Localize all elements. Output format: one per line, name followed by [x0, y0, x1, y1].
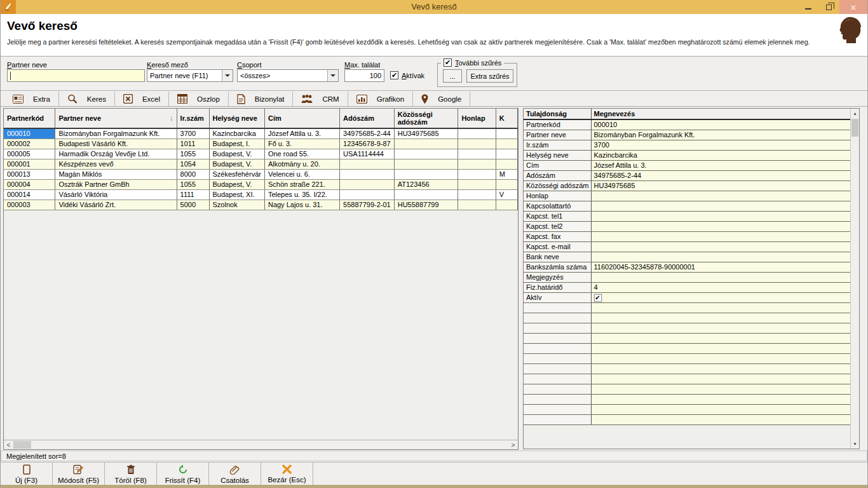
scroll-right-icon[interactable]: > — [508, 440, 518, 449]
detail-row[interactable]: Fiz.határidő4 — [524, 282, 851, 292]
partner-cell[interactable]: 1055 — [177, 149, 209, 159]
detail-value[interactable]: Bizományban Forgalmazunk Kft. — [591, 130, 851, 140]
csoport-select[interactable]: <összes> — [237, 69, 339, 82]
col-cut[interactable]: K — [496, 109, 517, 128]
partner-cell[interactable]: Budapest, I. — [209, 139, 264, 149]
partner-cell[interactable] — [458, 128, 496, 139]
partner-cell[interactable] — [340, 159, 395, 169]
partner-cell[interactable]: Vidéki Vásárló Zrt. — [55, 200, 177, 210]
close-button[interactable]: × — [839, 0, 867, 14]
detail-row[interactable]: Partnerkód000010 — [524, 119, 851, 130]
toolbar-excel-button[interactable]: Excel — [115, 92, 169, 106]
partner-cell[interactable] — [394, 169, 458, 179]
partner-cell[interactable]: Osztrák Partner GmBh — [55, 179, 177, 189]
partner-row[interactable]: 000013Magán Miklós8000SzékesfehérvárVele… — [4, 169, 518, 179]
partner-cell[interactable]: 5000 — [177, 200, 209, 210]
partner-neve-input[interactable] — [7, 69, 145, 82]
scroll-left-icon[interactable]: < — [4, 440, 13, 449]
partner-cell[interactable]: 000002 — [4, 139, 55, 149]
detail-row[interactable]: Bankszámla száma116020045-32345878-90000… — [524, 262, 851, 272]
tovabbi-szures-checkbox[interactable]: ✔ — [444, 58, 452, 67]
partner-row[interactable]: 000001Készpénzes vevő1054Budapest, V.Alk… — [4, 159, 518, 169]
detail-value[interactable] — [591, 241, 851, 252]
partner-row[interactable]: 000014Vásárló Viktória1111Budapest, XI.T… — [4, 189, 518, 200]
detail-value[interactable]: József Attila u. 3. — [591, 160, 851, 170]
toolbar-bizonylat-button[interactable]: Bizonylat — [229, 92, 294, 106]
detail-value[interactable] — [591, 221, 851, 231]
detail-row[interactable]: Honlap — [524, 191, 851, 201]
toolbar-google-button[interactable]: Google — [413, 92, 470, 106]
partner-cell[interactable]: 000013 — [4, 169, 55, 179]
detail-value[interactable] — [591, 191, 851, 201]
partner-cell[interactable]: Alkotmány u. 20. — [264, 159, 339, 169]
detail-row[interactable]: Bank neve — [524, 252, 851, 262]
modosit-button[interactable]: Módosít (F5) — [53, 463, 105, 485]
detail-value[interactable]: 4 — [591, 282, 851, 292]
partner-cell[interactable]: HU55887799 — [394, 200, 458, 210]
partner-cell[interactable]: Vásárló Viktória — [55, 189, 177, 200]
partner-cell[interactable]: Fő u. 3. — [264, 139, 339, 149]
detail-value[interactable]: 000010 — [591, 119, 851, 130]
partner-cell[interactable]: Kazincbarcika — [209, 128, 264, 139]
toolbar-extra-button[interactable]: Extra — [4, 92, 59, 106]
detail-row[interactable]: Közösségi adószámHU34975685 — [524, 180, 851, 191]
partner-cell[interactable]: 3700 — [177, 128, 209, 139]
partner-cell[interactable] — [340, 169, 395, 179]
scrollbar-thumb[interactable] — [851, 119, 858, 137]
partner-cell[interactable]: Bizományban Forgalmazunk Kft. — [55, 128, 177, 139]
partner-cell[interactable] — [458, 189, 496, 200]
partner-cell[interactable] — [394, 159, 458, 169]
partner-row[interactable]: 000002Budapesti Vásárló Kft.1011Budapest… — [4, 139, 518, 149]
partner-cell[interactable] — [496, 139, 517, 149]
toolbar-crm-button[interactable]: CRM — [293, 92, 348, 106]
col-honlap[interactable]: Honlap — [458, 109, 496, 128]
partner-cell[interactable]: 1055 — [177, 179, 209, 189]
detail-row[interactable]: Ir.szám3700 — [524, 140, 851, 150]
partner-cell[interactable]: V — [496, 189, 517, 200]
detail-value[interactable] — [591, 211, 851, 221]
partner-cell[interactable]: József Attila u. 3. — [264, 128, 339, 139]
partner-cell[interactable]: Budapest, XI. — [209, 189, 264, 200]
partner-cell[interactable]: 000004 — [4, 179, 55, 189]
partner-row[interactable]: 000010Bizományban Forgalmazunk Kft.3700K… — [4, 128, 518, 139]
partner-cell[interactable]: Budapest, V. — [209, 149, 264, 159]
toolbar-grafikon-button[interactable]: Grafikon — [348, 92, 413, 106]
partner-row[interactable]: 000003Vidéki Vásárló Zrt.5000SzolnokNagy… — [4, 200, 518, 210]
partner-cell[interactable]: 55887799-2-01 — [340, 200, 395, 210]
partner-cell[interactable] — [458, 139, 496, 149]
chevron-down-icon[interactable] — [222, 70, 233, 81]
partner-cell[interactable]: 8000 — [177, 169, 209, 179]
detail-row[interactable]: Kapcst. tel2 — [524, 221, 851, 231]
partner-cell[interactable]: 000003 — [4, 200, 55, 210]
partner-cell[interactable] — [394, 149, 458, 159]
partner-cell[interactable]: Velencei u. 6. — [264, 169, 339, 179]
partner-cell[interactable]: Schön straße 221. — [264, 179, 339, 189]
chevron-down-icon[interactable] — [327, 70, 338, 81]
detail-row[interactable]: Kapcsolattartó — [524, 201, 851, 211]
detail-row[interactable]: Helység neveKazincbarcika — [524, 150, 851, 160]
partner-cell[interactable]: AT123456 — [394, 179, 458, 189]
partner-cell[interactable]: 000001 — [4, 159, 55, 169]
col-cim[interactable]: Cím — [264, 109, 339, 128]
uj-button[interactable]: Új (F3) — [1, 463, 53, 485]
partner-cell[interactable] — [458, 179, 496, 189]
kereso-mezo-select[interactable]: Partner neve (F11) — [147, 69, 233, 82]
detail-value[interactable]: Kazincbarcika — [591, 150, 851, 160]
minimize-button[interactable] — [797, 0, 818, 14]
partner-cell[interactable] — [394, 189, 458, 200]
detail-value[interactable] — [591, 231, 851, 241]
partner-cell[interactable]: USA1114444 — [340, 149, 395, 159]
partner-cell[interactable] — [394, 139, 458, 149]
partner-cell[interactable]: Budapest, V. — [209, 179, 264, 189]
partner-cell[interactable]: Szolnok — [209, 200, 264, 210]
detail-row[interactable]: CímJózsef Attila u. 3. — [524, 160, 851, 170]
partner-cell[interactable]: 1111 — [177, 189, 209, 200]
max-talalat-input[interactable]: 100 — [344, 69, 384, 82]
partner-cell[interactable]: HU34975685 — [394, 128, 458, 139]
partner-cell[interactable]: 000005 — [4, 149, 55, 159]
partner-cell[interactable]: Telepes u. 35. I/22. — [264, 189, 339, 200]
frissit-button[interactable]: Frissít (F4) — [157, 463, 209, 485]
partner-cell[interactable]: M — [496, 169, 517, 179]
scrollbar-thumb[interactable] — [13, 441, 31, 449]
detail-value[interactable]: HU34975685 — [591, 180, 851, 191]
